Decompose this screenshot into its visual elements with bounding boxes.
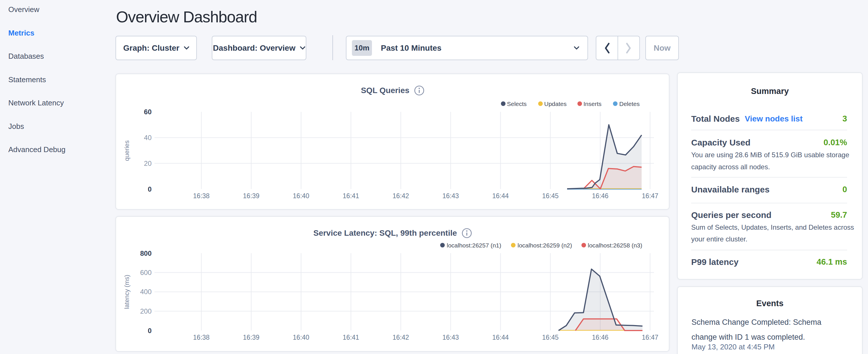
svg-text:16:47: 16:47 (642, 192, 658, 200)
svg-text:16:43: 16:43 (442, 334, 459, 341)
svg-text:200: 200 (140, 307, 152, 315)
svg-text:16:43: 16:43 (442, 192, 459, 200)
svg-text:16:42: 16:42 (393, 334, 409, 341)
svg-text:16:39: 16:39 (243, 334, 260, 341)
svg-text:16:41: 16:41 (343, 192, 359, 200)
svg-text:16:40: 16:40 (293, 334, 309, 341)
svg-text:16:45: 16:45 (542, 334, 559, 341)
svg-text:16:46: 16:46 (592, 192, 609, 200)
svg-text:16:44: 16:44 (492, 192, 509, 200)
svg-text:16:41: 16:41 (343, 334, 359, 341)
svg-text:16:44: 16:44 (492, 334, 509, 341)
svg-text:queries: queries (123, 140, 130, 161)
svg-text:16:47: 16:47 (642, 334, 658, 341)
svg-text:400: 400 (140, 288, 152, 296)
svg-text:16:42: 16:42 (393, 192, 409, 200)
svg-text:16:46: 16:46 (592, 334, 609, 341)
svg-text:16:38: 16:38 (193, 192, 210, 200)
svg-text:16:38: 16:38 (193, 334, 210, 341)
svg-text:20: 20 (144, 160, 152, 167)
svg-text:16:40: 16:40 (293, 192, 309, 200)
svg-text:16:39: 16:39 (243, 192, 260, 200)
svg-text:0: 0 (148, 185, 152, 193)
svg-text:latency (ms): latency (ms) (123, 275, 130, 309)
svg-text:0: 0 (148, 327, 152, 334)
svg-text:40: 40 (144, 134, 152, 141)
svg-text:16:45: 16:45 (542, 192, 559, 200)
svg-text:60: 60 (144, 108, 152, 116)
svg-text:600: 600 (140, 269, 152, 277)
svg-text:800: 800 (140, 250, 152, 257)
